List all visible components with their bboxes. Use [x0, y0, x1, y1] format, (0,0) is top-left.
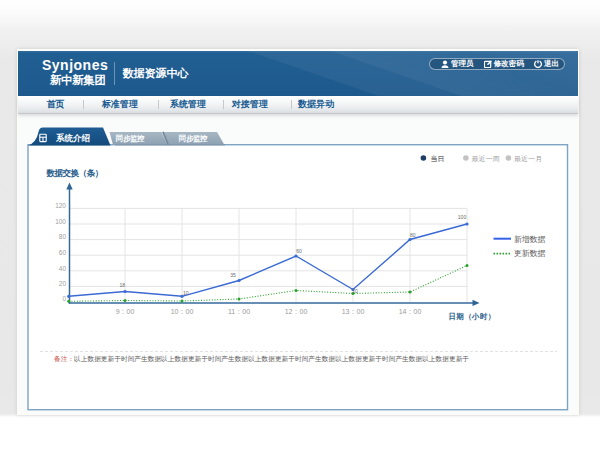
svg-text:35: 35 [230, 272, 236, 278]
svg-text:14：00: 14：00 [399, 308, 422, 315]
svg-text:12：00: 12：00 [285, 308, 308, 315]
svg-text:10: 10 [352, 288, 358, 294]
svg-text:日期（小时）: 日期（小时） [449, 312, 496, 321]
svg-text:系统介绍: 系统介绍 [55, 133, 91, 143]
svg-text:40: 40 [59, 265, 67, 272]
svg-text:60: 60 [296, 248, 302, 254]
svg-text:9：00: 9：00 [116, 308, 135, 315]
svg-text:10：00: 10：00 [171, 308, 194, 315]
svg-text:0: 0 [62, 295, 66, 302]
svg-text:当日: 当日 [431, 155, 445, 163]
svg-text:备注：以上数据更新于时间产生数据以上数据更新于时间产生数据以: 备注：以上数据更新于时间产生数据以上数据更新于时间产生数据以上数据更新于时间产生… [54, 355, 469, 363]
svg-text:18: 18 [119, 282, 125, 288]
svg-text:同步监控: 同步监控 [116, 134, 145, 143]
svg-text:最近一周: 最近一周 [472, 155, 500, 162]
svg-text:最近一月: 最近一月 [514, 155, 542, 163]
svg-text:数据交换（条）: 数据交换（条） [46, 168, 103, 178]
svg-text:120: 120 [55, 202, 66, 209]
svg-text:同步监控: 同步监控 [179, 134, 208, 143]
svg-text:新增数据: 新增数据 [514, 235, 545, 244]
svg-text:更新数据: 更新数据 [514, 249, 545, 258]
svg-text:80: 80 [59, 233, 67, 240]
svg-text:20: 20 [59, 280, 67, 287]
svg-text:11：00: 11：00 [228, 308, 250, 315]
svg-text:13：00: 13：00 [342, 308, 365, 315]
svg-text:60: 60 [59, 249, 67, 256]
svg-text:100: 100 [55, 218, 66, 225]
svg-text:80: 80 [410, 232, 416, 238]
svg-text:10: 10 [183, 290, 189, 296]
svg-text:100: 100 [458, 214, 467, 220]
